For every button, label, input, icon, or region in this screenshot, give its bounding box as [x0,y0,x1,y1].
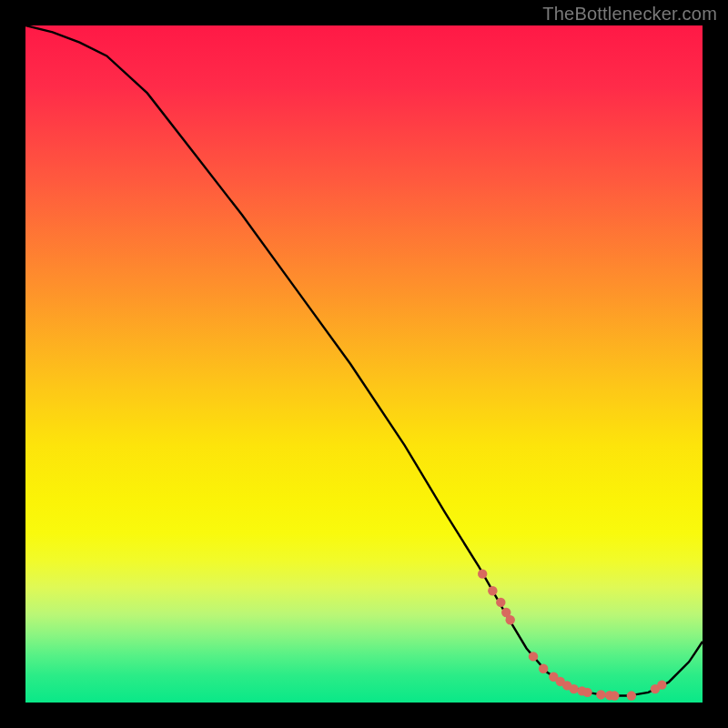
highlight-marker [627,691,636,700]
highlight-marker [478,569,487,578]
highlight-marker [596,690,605,699]
highlight-marker [582,688,592,697]
plot-area [25,25,703,703]
attribution-label: TheBottlenecker.com [542,4,717,25]
highlight-marker [529,652,538,661]
highlight-marker [539,664,548,673]
marker-group [478,569,667,700]
chart-svg [25,25,703,703]
highlight-marker [506,615,515,624]
highlight-marker [488,586,497,595]
highlight-marker [496,598,505,607]
highlight-marker [610,691,619,700]
highlight-marker [657,680,666,689]
bottleneck-curve [25,25,703,696]
highlight-marker [569,684,578,693]
